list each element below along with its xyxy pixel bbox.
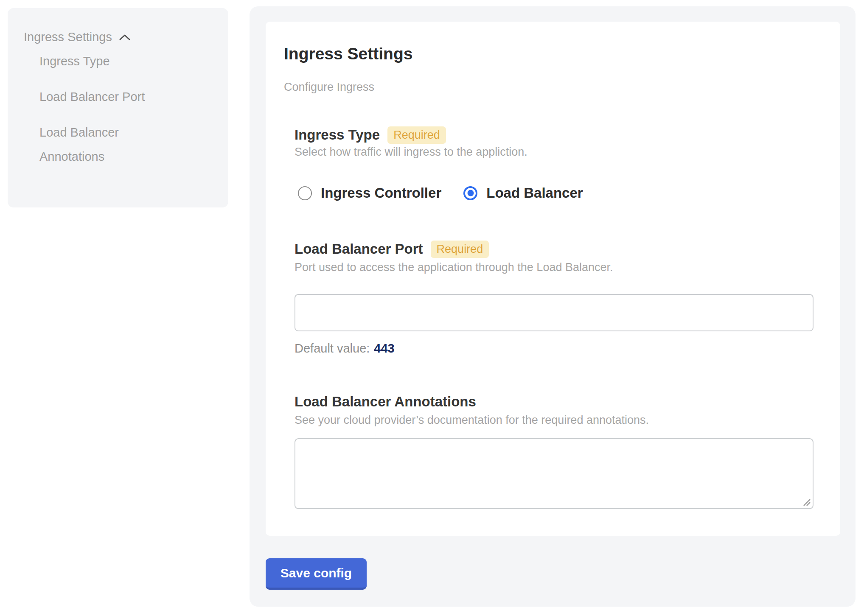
load-balancer-annotations-textarea[interactable] [295,438,814,509]
sidebar-item-load-balancer-annotations[interactable]: Load Balancer Annotations [39,120,158,169]
ingress-type-label-row: Ingress Type Required [295,126,446,144]
default-value: 443 [374,342,394,355]
annotations-textarea-wrap [295,438,814,509]
radio-label-load-balancer: Load Balancer [486,185,583,201]
load-balancer-port-input[interactable] [295,294,814,331]
chevron-up-icon [119,25,131,49]
ingress-type-radio-group: Ingress Controller Load Balancer [298,184,583,202]
load-balancer-annotations-label-row: Load Balancer Annotations [295,392,476,411]
sidebar-section-ingress-settings[interactable]: Ingress Settings [24,25,228,49]
load-balancer-port-label-row: Load Balancer Port Required [295,240,489,258]
sidebar-nav: Ingress Type Load Balancer Port Load Bal… [39,49,228,169]
settings-sidebar: Ingress Settings Ingress Type Load Balan… [8,8,228,207]
radio-label-ingress-controller: Ingress Controller [321,185,441,201]
ingress-type-description: Select how traffic will ingress to the a… [295,145,527,159]
ingress-type-label: Ingress Type [295,127,380,143]
ingress-settings-card: Ingress Settings Configure Ingress Ingre… [266,22,840,536]
load-balancer-port-label: Load Balancer Port [295,241,423,257]
required-badge: Required [431,241,489,258]
radio-icon-selected[interactable] [463,186,477,200]
sidebar-item-ingress-type[interactable]: Ingress Type [39,49,158,73]
radio-option-load-balancer[interactable]: Load Balancer [463,185,583,201]
load-balancer-port-description: Port used to access the application thro… [295,260,613,274]
page: Ingress Settings Ingress Type Load Balan… [0,0,864,616]
page-subtitle: Configure Ingress [284,80,374,94]
main-panel: Ingress Settings Configure Ingress Ingre… [250,6,856,607]
radio-option-ingress-controller[interactable]: Ingress Controller [298,185,441,201]
save-config-button[interactable]: Save config [266,558,367,590]
load-balancer-annotations-label: Load Balancer Annotations [295,394,476,410]
textarea-resize-handle-icon[interactable] [802,498,811,507]
page-title: Ingress Settings [284,44,412,64]
sidebar-section-label: Ingress Settings [24,25,112,49]
required-badge: Required [387,126,446,144]
load-balancer-annotations-description: See your cloud provider’s documentation … [295,413,649,427]
default-value-label: Default value: [295,342,370,355]
default-value-line: Default value:443 [295,341,395,356]
sidebar-item-load-balancer-port[interactable]: Load Balancer Port [39,85,158,109]
radio-icon-unselected[interactable] [298,186,312,200]
